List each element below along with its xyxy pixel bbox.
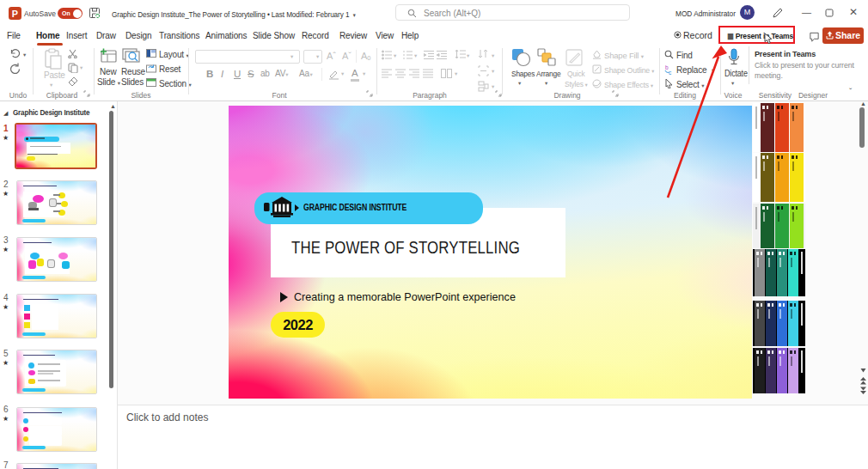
svg-text:P: P	[12, 9, 18, 19]
svg-text:c: c	[669, 70, 672, 76]
